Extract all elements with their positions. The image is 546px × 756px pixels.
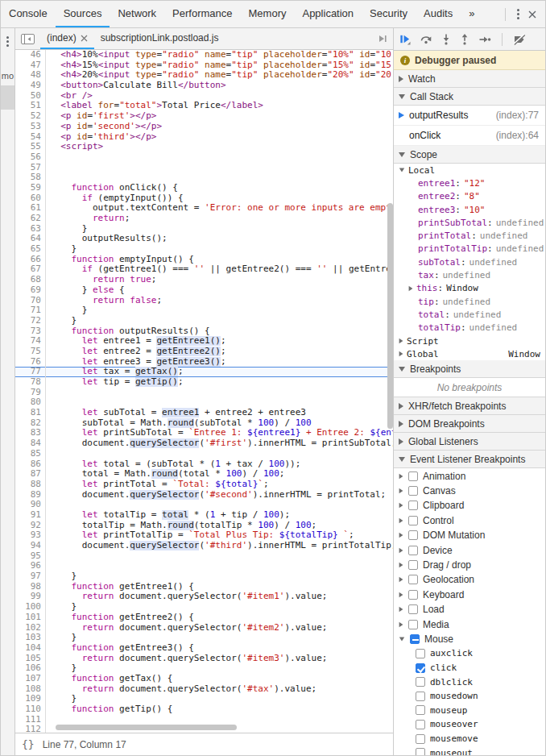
line-number-91[interactable]: 91: [15, 510, 46, 521]
line-content-94[interactable]: document.querySelector('#third').innerHT…: [46, 541, 395, 551]
section-call-stack[interactable]: Call Stack: [394, 88, 545, 106]
line-content-62[interactable]: return;: [46, 214, 395, 224]
expand-icon[interactable]: [399, 592, 403, 597]
line-content-65[interactable]: }: [46, 244, 395, 255]
elb-category-control[interactable]: Control: [394, 513, 545, 528]
line-content-84[interactable]: document.querySelector('#first').innerHT…: [46, 438, 395, 449]
scope-script[interactable]: Script: [394, 334, 545, 347]
line-content-91[interactable]: let totalTip = total * (1 + tip / 100);: [46, 510, 395, 521]
line-number-87[interactable]: 87: [15, 469, 46, 480]
expand-icon[interactable]: [399, 638, 404, 642]
line-number-84[interactable]: 84: [15, 438, 46, 449]
expand-icon[interactable]: [399, 577, 403, 582]
line-content-98[interactable]: function getEntree1() {: [46, 582, 395, 592]
event-checkbox[interactable]: [416, 677, 425, 687]
line-number-46[interactable]: 46: [15, 50, 46, 60]
show-navigator-icon[interactable]: [15, 28, 40, 49]
line-content-107[interactable]: function getTax() {: [46, 674, 395, 684]
line-content-88[interactable]: let printTotal = `Total: ${total}`;: [46, 480, 395, 490]
elb-category-clipboard[interactable]: Clipboard: [394, 498, 545, 513]
elb-category-keyboard[interactable]: Keyboard: [394, 588, 545, 602]
line-content-85[interactable]: [46, 449, 395, 459]
elb-category-dragdrop[interactable]: Drag / drop: [394, 558, 545, 572]
line-content-72[interactable]: }: [46, 316, 395, 326]
elb-event-dblclick[interactable]: dblclick: [394, 675, 545, 689]
line-number-88[interactable]: 88: [15, 480, 46, 490]
category-checkbox[interactable]: [408, 575, 418, 584]
category-checkbox[interactable]: [408, 604, 418, 614]
expand-icon[interactable]: [409, 286, 413, 291]
category-checkbox[interactable]: [408, 486, 418, 496]
line-content-106[interactable]: }: [46, 663, 395, 674]
line-content-50[interactable]: <br />: [46, 91, 395, 102]
line-content-105[interactable]: return document.querySelector('#item3').…: [46, 654, 395, 664]
line-content-54[interactable]: <p id='third'></p>: [46, 132, 395, 143]
line-content-46[interactable]: <h4>10%<input type="radio" name="tip" pl…: [46, 50, 395, 60]
resume-button[interactable]: [399, 33, 411, 45]
expand-icon[interactable]: [399, 503, 403, 508]
line-content-69[interactable]: } else {: [46, 285, 395, 296]
category-checkbox[interactable]: [408, 516, 418, 525]
elb-category-load[interactable]: Load: [394, 602, 545, 617]
line-content-68[interactable]: return true;: [46, 275, 395, 285]
main-tab-application[interactable]: Application: [294, 1, 362, 27]
line-content-92[interactable]: totalTip = Math.round(totalTip * 100) / …: [46, 521, 395, 531]
line-content-87[interactable]: total = Math.round(total * 100) / 100;: [46, 469, 395, 480]
line-number-110[interactable]: 110: [15, 704, 46, 715]
line-content-83[interactable]: let printSubTotal = `Entree 1: ${entree1…: [46, 428, 395, 438]
line-content-64[interactable]: outputResults();: [46, 234, 395, 244]
line-content-56[interactable]: [46, 152, 395, 163]
category-checkbox[interactable]: [408, 560, 418, 570]
line-number-97[interactable]: 97: [15, 571, 46, 582]
section-xhr-breakpoints[interactable]: XHR/fetch Breakpoints: [394, 397, 545, 415]
category-checkbox[interactable]: [408, 530, 418, 540]
line-content-99[interactable]: return document.querySelector('#item1').…: [46, 592, 395, 602]
line-number-94[interactable]: 94: [15, 541, 46, 551]
line-content-89[interactable]: document.querySelector('#second').innerH…: [46, 490, 395, 501]
event-checkbox[interactable]: [416, 705, 425, 715]
line-number-78[interactable]: 78: [15, 377, 46, 388]
event-checkbox[interactable]: [416, 649, 425, 658]
section-global-listeners[interactable]: Global Listeners: [394, 433, 545, 451]
line-content-102[interactable]: return document.querySelector('#item2').…: [46, 623, 395, 633]
category-checkbox[interactable]: [408, 471, 418, 481]
event-checkbox[interactable]: [416, 734, 425, 744]
step-over-button[interactable]: [420, 33, 432, 45]
elb-event-mousemove[interactable]: mousemove: [394, 732, 545, 746]
line-number-103[interactable]: 103: [15, 633, 46, 643]
line-number-68[interactable]: 68: [15, 275, 46, 285]
line-content-108[interactable]: return document.querySelector('#tax').va…: [46, 684, 395, 695]
line-content-73[interactable]: function outputResults() {: [46, 326, 395, 337]
expand-icon[interactable]: [399, 533, 403, 538]
line-content-103[interactable]: }: [46, 633, 395, 643]
step-into-button[interactable]: [441, 33, 451, 45]
line-content-63[interactable]: }: [46, 224, 395, 235]
line-content-86[interactable]: let total = (subTotal * (1 + tax / 100))…: [46, 459, 395, 470]
expand-icon[interactable]: [399, 518, 403, 523]
sources-menu-icon[interactable]: [1, 33, 14, 50]
line-number-85[interactable]: 85: [15, 449, 46, 459]
main-tab-[interactable]: »: [461, 1, 482, 27]
line-content-71[interactable]: }: [46, 305, 395, 316]
line-content-101[interactable]: function getEntree2() {: [46, 613, 395, 623]
line-number-101[interactable]: 101: [15, 613, 46, 623]
line-number-107[interactable]: 107: [15, 674, 46, 684]
line-content-96[interactable]: [46, 561, 395, 571]
line-content-81[interactable]: let subTotal = entree1 + entree2 + entre…: [46, 408, 395, 418]
expand-icon[interactable]: [399, 563, 403, 567]
main-tab-console[interactable]: Console: [1, 1, 56, 27]
line-number-100[interactable]: 100: [15, 602, 46, 613]
devtools-menu-icon[interactable]: [512, 6, 524, 23]
close-icon[interactable]: [524, 8, 540, 21]
main-tab-sources[interactable]: Sources: [56, 1, 110, 27]
main-tab-network[interactable]: Network: [110, 1, 164, 27]
line-content-93[interactable]: let printTotalTip = `Total Plus Tip: ${t…: [46, 530, 395, 541]
scope-global[interactable]: Global Window: [394, 347, 545, 360]
event-checkbox[interactable]: [416, 663, 425, 673]
elb-category-animation[interactable]: Animation: [394, 468, 545, 483]
main-tab-audits[interactable]: Audits: [416, 1, 461, 27]
tab-close-icon[interactable]: [81, 35, 88, 42]
main-tab-performance[interactable]: Performance: [164, 1, 240, 27]
section-watch[interactable]: Watch: [394, 70, 545, 88]
line-content-100[interactable]: }: [46, 602, 395, 613]
